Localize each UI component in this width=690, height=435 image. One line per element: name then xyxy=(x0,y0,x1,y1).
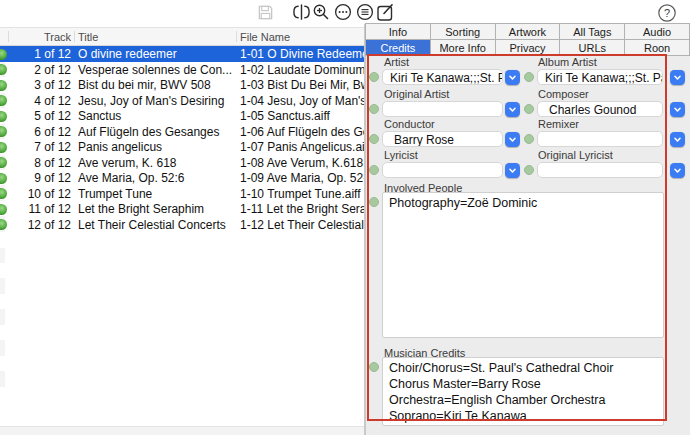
track-cell: 5 of 12 xyxy=(10,109,71,123)
involved-people-textarea[interactable]: Photography=Zoë Dominic xyxy=(382,192,664,338)
track-status-icon xyxy=(0,64,7,75)
file-name-cell: 1-12 Let Their Celestial xyxy=(240,218,364,232)
table-row[interactable]: 3 of 12 Bist du bei mir, BWV 508 1-03 Bi… xyxy=(0,77,364,93)
title-cell: Let the Bright Seraphim xyxy=(78,202,236,216)
album-artist-label: Album Artist xyxy=(538,57,597,68)
table-bottom-scroll-area[interactable] xyxy=(0,426,364,435)
table-row[interactable]: 4 of 12 Jesu, Joy of Man's Desiring 1-04… xyxy=(0,93,364,109)
track-cell: 7 of 12 xyxy=(10,140,71,154)
table-row[interactable]: 10 of 12 Trumpet Tune 1-10 Trumpet Tune.… xyxy=(0,186,364,202)
album-artist-field[interactable]: Kiri Te Kanawa;;;St. Paul... xyxy=(537,69,663,85)
tab-audio[interactable]: Audio xyxy=(624,23,690,40)
composer-status-dot xyxy=(524,104,534,114)
tab-privacy[interactable]: Privacy xyxy=(495,39,561,56)
track-cell: 11 of 12 xyxy=(10,202,71,216)
file-name-cell: 1-01 O Divine Redeeme xyxy=(240,47,364,61)
conductor-label: Conductor xyxy=(384,119,435,130)
artist-field[interactable]: Kiri Te Kanawa;;;St. Paul... xyxy=(382,69,503,85)
composer-label: Composer xyxy=(538,89,589,100)
table-row[interactable]: 2 of 12 Vesperae solennes de Con... 1-02… xyxy=(0,62,364,78)
tab-urls[interactable]: URLs xyxy=(559,39,625,56)
more-ellipsis-icon[interactable] xyxy=(333,2,353,22)
lyricist-field[interactable] xyxy=(382,162,503,178)
tab-roon[interactable]: Roon xyxy=(624,39,690,56)
album-artist-status-dot xyxy=(524,72,534,82)
original-artist-field[interactable] xyxy=(382,101,503,117)
remixer-field[interactable] xyxy=(537,131,663,147)
title-cell: Jesu, Joy of Man's Desiring xyxy=(78,94,236,108)
svg-text:?: ? xyxy=(664,7,670,19)
original-lyricist-field[interactable] xyxy=(537,162,663,178)
album-artist-dropdown-button[interactable] xyxy=(670,70,685,85)
artist-dropdown-button[interactable] xyxy=(505,70,520,85)
table-row[interactable]: 1 of 12 O divine redeemer 1-01 O Divine … xyxy=(0,46,364,62)
title-cell: Ave Maria, Op. 52:6 xyxy=(78,171,236,185)
original-artist-status-dot xyxy=(369,104,379,114)
list-menu-icon[interactable] xyxy=(355,2,375,22)
track-status-icon xyxy=(0,49,7,60)
compose-icon[interactable] xyxy=(375,2,395,22)
original-lyricist-dropdown-button[interactable] xyxy=(670,163,685,178)
tab-info[interactable]: Info xyxy=(365,23,431,40)
table-row[interactable]: 8 of 12 Ave verum, K. 618 1-08 Ave Verum… xyxy=(0,155,364,171)
column-header-track[interactable]: Track xyxy=(10,31,71,44)
tag-editor-window: ? Track Title File Name 1 of 12 O divine… xyxy=(0,0,690,435)
save-icon[interactable] xyxy=(255,2,275,22)
file-name-cell: 1-10 Trumpet Tune.aiff xyxy=(240,187,364,201)
conductor-status-dot xyxy=(369,134,379,144)
original-artist-dropdown-button[interactable] xyxy=(505,102,520,117)
track-status-icon xyxy=(0,157,7,168)
tab-artwork[interactable]: Artwork xyxy=(495,23,561,40)
title-cell: Trumpet Tune xyxy=(78,187,236,201)
column-header-title[interactable]: Title xyxy=(78,31,98,44)
zoom-icon[interactable] xyxy=(311,2,331,22)
table-header: Track Title File Name xyxy=(0,27,364,46)
remixer-label: Remixer xyxy=(538,119,579,130)
title-cell: Ave verum, K. 618 xyxy=(78,156,236,170)
remixer-status-dot xyxy=(524,134,534,144)
track-status-icon xyxy=(0,126,7,137)
track-cell: 12 of 12 xyxy=(10,218,71,232)
track-cell: 9 of 12 xyxy=(10,171,71,185)
title-cell: Bist du bei mir, BWV 508 xyxy=(78,78,236,92)
table-row[interactable]: 7 of 12 Panis angelicus 1-07 Panis Angel… xyxy=(0,139,364,155)
track-status-icon xyxy=(0,219,7,230)
track-cell: 1 of 12 xyxy=(10,47,71,61)
file-name-cell: 1-06 Auf Flügeln des Ge xyxy=(240,125,364,139)
conductor-field[interactable]: Barry Rose xyxy=(382,131,503,147)
table-row[interactable]: 11 of 12 Let the Bright Seraphim 1-11 Le… xyxy=(0,201,364,217)
track-cell: 4 of 12 xyxy=(10,94,71,108)
tab-all-tags[interactable]: All Tags xyxy=(559,23,625,40)
compare-icon[interactable] xyxy=(291,2,311,22)
track-status-icon xyxy=(0,95,7,106)
metadata-panel: Info Sorting Artwork All Tags Audio Cred… xyxy=(366,24,690,435)
lyricist-dropdown-button[interactable] xyxy=(505,163,520,178)
title-cell: Panis angelicus xyxy=(78,140,236,154)
remixer-dropdown-button[interactable] xyxy=(670,132,685,147)
title-cell: Sanctus xyxy=(78,109,236,123)
title-cell: Auf Flügeln des Gesanges xyxy=(78,125,236,139)
composer-dropdown-button[interactable] xyxy=(670,102,685,117)
artist-label: Artist xyxy=(384,57,409,68)
composer-field[interactable]: Charles Gounod xyxy=(537,101,663,117)
track-status-icon xyxy=(0,173,7,184)
help-icon[interactable]: ? xyxy=(657,3,677,23)
table-row[interactable]: 9 of 12 Ave Maria, Op. 52:6 1-09 Ave Mar… xyxy=(0,170,364,186)
table-row[interactable]: 5 of 12 Sanctus 1-05 Sanctus.aiff xyxy=(0,108,364,124)
tab-sorting[interactable]: Sorting xyxy=(430,23,496,40)
tab-more-info[interactable]: More Info xyxy=(430,39,496,56)
conductor-dropdown-button[interactable] xyxy=(505,132,520,147)
track-list: 1 of 12 O divine redeemer 1-01 O Divine … xyxy=(0,46,364,232)
tab-credits[interactable]: Credits xyxy=(365,39,431,56)
original-artist-label: Original Artist xyxy=(384,89,449,100)
track-status-icon xyxy=(0,111,7,122)
file-name-cell: 1-07 Panis Angelicus.aif xyxy=(240,140,364,154)
track-cell: 3 of 12 xyxy=(10,78,71,92)
musician-credits-textarea[interactable]: Choir/Chorus=St. Paul's Cathedral Choir … xyxy=(382,357,664,426)
column-header-file-name[interactable]: File Name xyxy=(240,31,290,44)
original-lyricist-label: Original Lyricist xyxy=(538,150,613,161)
track-status-icon xyxy=(0,204,7,215)
track-cell: 8 of 12 xyxy=(10,156,71,170)
table-row[interactable]: 6 of 12 Auf Flügeln des Gesanges 1-06 Au… xyxy=(0,124,364,140)
table-row[interactable]: 12 of 12 Let Their Celestial Concerts 1-… xyxy=(0,217,364,233)
